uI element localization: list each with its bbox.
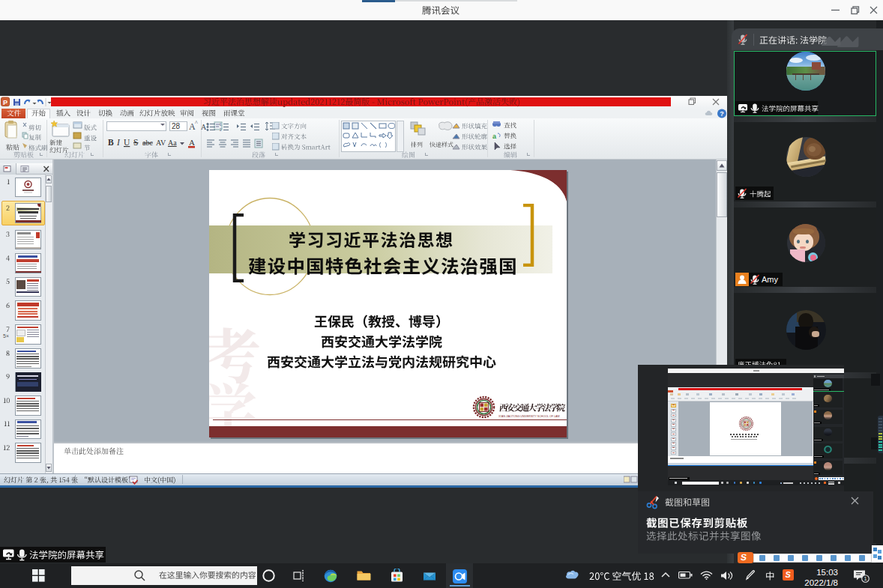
svg-text:^: ^	[195, 120, 198, 127]
svg-text:1: 1	[864, 575, 867, 582]
svg-text:?: ?	[720, 110, 724, 118]
svg-text:1: 1	[220, 123, 222, 127]
svg-text:XI'AN JIAOTONG UNIVERSITY SCHO: XI'AN JIAOTONG UNIVERSITY SCHOOL OF LAW	[498, 414, 560, 417]
svg-text:Aa: Aa	[168, 139, 177, 147]
svg-text:P: P	[3, 99, 7, 106]
svg-text:B: B	[108, 138, 114, 147]
svg-text:U: U	[124, 138, 130, 147]
svg-text:abc: abc	[142, 139, 153, 147]
svg-text:a: a	[492, 133, 497, 140]
svg-text:I: I	[116, 138, 121, 147]
svg-text:2: 2	[220, 128, 222, 132]
svg-text:S: S	[133, 138, 138, 147]
svg-text:AV: AV	[156, 139, 166, 147]
svg-text:A: A	[189, 138, 195, 147]
